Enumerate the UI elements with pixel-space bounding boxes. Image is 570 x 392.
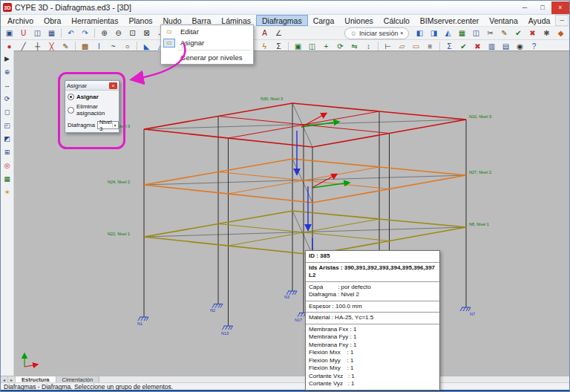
palette-icon[interactable]: ◆ [554,27,568,39]
menu-ventana[interactable]: Ventana [484,15,523,26]
left-toolbar: ▶⊕↔⟳◻◰◩⊞◎▦☀ [1,50,14,376]
menu-item-label: Editar [177,27,206,36]
node-label: N10, Nivel 3 [469,114,491,119]
radio-asignar[interactable]: Asignar [68,94,117,100]
pointer-icon[interactable]: ▶ [1,52,13,65]
elevation-view-icon[interactable]: ◨ [427,27,441,39]
magnet-icon[interactable]: U [16,27,30,39]
menu-item-generar-por-niveles[interactable]: Generar por niveles [162,52,252,63]
node-label: N22, Nivel 1 [108,232,130,236]
assign-diaphragm-icon: ▭ [163,39,175,48]
app-window: 3D CYPE 3D - Diafragmas.ed3 - [3D] ─ □ ×… [0,0,570,392]
view-3d-icon[interactable]: ◭ [441,27,455,39]
node-label: N17 [295,318,302,322]
redo-icon[interactable]: ↷ [78,27,92,39]
pencil-icon[interactable]: ✎ [497,27,511,39]
tooltip-section: Membrana Fxx : 1Membrana Fyy : 1Membrana… [306,324,439,390]
maximize-button[interactable]: □ [534,1,551,14]
tooltip-row: Cortante Vyz : 1 [309,380,436,388]
chevron-down-icon: ▾ [112,122,117,128]
iso-view-icon[interactable]: ◩ [1,132,13,145]
check-icon[interactable]: ✔ [511,27,525,39]
delete-icon[interactable]: ✖ [525,27,540,39]
menu-obra[interactable]: Obra [39,15,66,26]
node-label: N2 [210,308,215,313]
radio-eliminar-asignacion[interactable]: Eliminar asignación [68,103,117,117]
chevron-down-icon: ▾ [400,30,403,36]
snap-icon[interactable]: ◎ [1,159,13,172]
menu-c-lculo[interactable]: Cálculo [379,15,415,26]
menu-carga[interactable]: Carga [308,15,340,26]
login-button[interactable]: ☺ Iniciar sesión ▾ [344,27,409,39]
menu-diafragmas[interactable]: Diafragmas [256,15,308,26]
tooltip-row: Membrana Fyy : 1 [309,333,436,342]
node-label: N27, Nivel 2 [469,170,491,174]
window-layout-icon[interactable]: ◫ [30,27,45,39]
menu-item-asignar[interactable]: ▭Asignar [162,37,252,48]
close-button[interactable]: × [551,1,569,14]
node-label: N8, Nivel 1 [469,222,489,226]
menu-uniones[interactable]: Uniones [339,15,379,26]
plan-view-icon[interactable]: ◧ [413,27,427,39]
dialog-close-icon[interactable]: × [109,82,117,89]
minimize-button[interactable]: ─ [516,1,534,14]
mdi-minimize-button[interactable]: ─ [555,15,569,26]
toolbar-separator [61,28,62,38]
grid-view-icon[interactable]: ▦ [455,27,469,39]
user-icon: ☺ [350,30,357,37]
menu-planos[interactable]: Planos [123,15,157,26]
node-label: N1 [137,321,142,326]
dialog-title: Asignar [67,82,87,89]
zoom-out-icon[interactable]: ⊖ [111,27,125,39]
tooltip-row: Capa : por defecto [309,284,436,292]
sun-icon[interactable]: ☀ [1,186,13,198]
zoom-extents-icon[interactable]: ⊠ [140,27,154,39]
tooltip-section: Material : HA-25, Yc=1.5 [306,312,439,324]
undo-icon[interactable]: ↶ [64,27,78,39]
menu-separator [177,50,251,50]
pan-tool-icon[interactable]: ↔ [1,79,13,91]
toolbar-row1: ▣U◫▦↶↷⊕⊖⊡⊠↔◀⟳□▧▤≡A∠ ☺ Iniciar sesión ▾ ◧… [1,27,569,40]
app-icon: 3D [3,3,12,12]
save-icon[interactable]: ▣ [2,27,16,39]
window-title: CYPE 3D - Diafragmas.ed3 - [3D] [15,3,516,12]
measure-icon[interactable]: ∠ [272,27,286,39]
tooltip-section: Ids Aristas : 390,391,392,393,394,395,39… [306,262,439,281]
blank-icon [163,53,175,62]
text-icon[interactable]: A [258,27,272,39]
section-icon[interactable]: ◫ [469,27,483,39]
dialog-body: Asignar Eliminar asignación Diafragma Ni… [65,91,119,132]
settings-icon[interactable]: ✱ [540,27,554,39]
tooltip-row: Membrana Fxy : 1 [309,342,436,350]
tooltip-row: Diafragma : Nivel 2 [309,291,436,299]
menu-herramientas[interactable]: Herramientas [66,15,123,26]
diaphragm-level1[interactable] [144,211,466,255]
views-icon[interactable]: ▦ [45,27,59,39]
top-view-icon[interactable]: ◰ [1,119,13,131]
tooltip-section: ID : 385 [306,251,439,262]
diafragma-select[interactable]: Nivel 3 ▾ [97,121,119,129]
menu-archivo[interactable]: Archivo [2,15,39,26]
axes-toggle-icon[interactable]: ⊞ [1,146,13,158]
scissors-icon[interactable]: ✂ [483,27,497,39]
orbit-tool-icon[interactable]: ⟳ [1,92,13,105]
element-info-tooltip: ID : 385Ids Aristas : 390,391,392,393,39… [305,250,440,391]
zoom-in-icon[interactable]: ⊕ [97,27,111,39]
tooltip-row: Flexión Mxx : 1 [309,349,436,357]
diafragma-label: Diafragma [68,122,95,128]
menu-bimserver-center[interactable]: BIMserver.center [415,15,484,26]
diaphragm-level2[interactable] [144,159,466,203]
menu-ayuda[interactable]: Ayuda [523,15,556,26]
radio-button-selected[interactable] [68,94,74,100]
grid-toggle-icon[interactable]: ▦ [1,172,13,185]
front-view-icon[interactable]: ◻ [1,105,13,118]
zoom-window-icon[interactable]: ⊡ [125,27,140,39]
menu-item-editar[interactable]: ▭Editar [162,26,252,37]
tooltip-row: Ids Aristas : 390,391,392,393,394,395,39… [309,264,436,272]
status-text: Diafragmas - Diafragma. Seleccione un gr… [4,383,173,391]
node-label: N7 [470,312,475,316]
dialog-title-bar[interactable]: Asignar × [65,81,119,91]
radio-button-unselected[interactable] [68,107,74,114]
toolbar-separator [94,28,95,38]
zoom-tool-icon[interactable]: ⊕ [1,65,13,78]
